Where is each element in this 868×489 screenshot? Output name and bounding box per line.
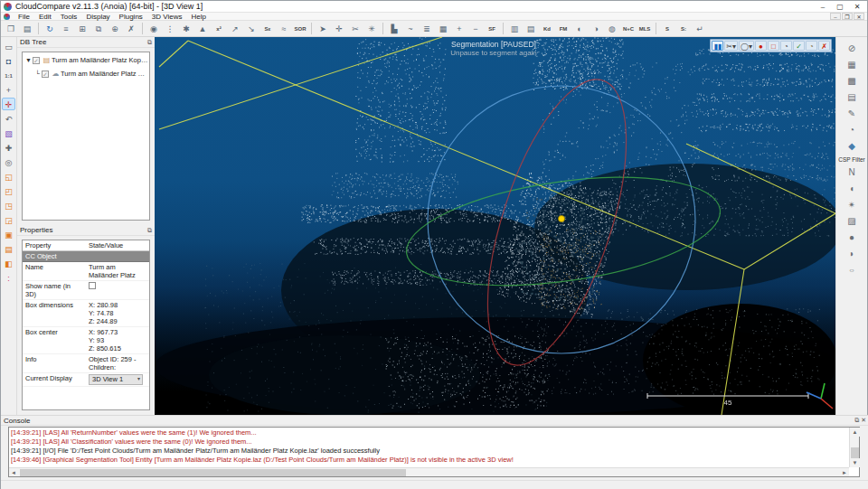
menu-file[interactable]: File — [14, 13, 34, 21]
sensor-icon[interactable]: S — [660, 22, 675, 35]
view-left-icon[interactable]: ◳ — [2, 199, 15, 212]
scroll-right-icon[interactable]: ► — [840, 468, 849, 477]
scroll-up-icon[interactable]: ▲ — [850, 428, 860, 437]
sphere-plugin-icon[interactable]: ● — [844, 231, 859, 244]
segment-in-button[interactable]: ● — [755, 41, 767, 51]
maximize-button[interactable]: ▢ — [832, 2, 848, 12]
tree-item[interactable]: └✓☁Turm am Mailänder Platz Kop... — [23, 68, 149, 80]
stat-test-icon[interactable]: Sε — [260, 22, 275, 35]
sor-filter-icon[interactable]: SOR — [293, 22, 307, 35]
kd-tree-icon[interactable]: Kd — [540, 22, 554, 35]
apply-transformation-icon[interactable]: ⊞ — [75, 22, 90, 35]
remove-sf-icon[interactable]: − — [468, 22, 483, 35]
compare-plugin-icon[interactable]: ▩ — [844, 75, 859, 88]
zoom-icon[interactable]: ◎ — [2, 155, 15, 168]
float-panel-icon[interactable]: ⧉ — [854, 416, 859, 425]
segment-out-button[interactable]: □ — [768, 41, 779, 51]
clipping-box-icon[interactable]: ▧ — [2, 127, 15, 139]
float-panel-icon[interactable]: ⧉ — [147, 38, 152, 47]
screenshot-camera-icon[interactable]: ◘ — [2, 54, 15, 67]
canupo-plugin-icon[interactable]: ◆ — [844, 140, 859, 153]
polyline-selection-dropdown[interactable]: ✂▾ — [724, 41, 738, 51]
curvature-icon[interactable]: ~ — [403, 22, 418, 35]
add-sf-icon[interactable]: + — [452, 22, 467, 35]
mesh-icon[interactable]: ▲ — [195, 22, 210, 35]
selection-mode-dropdown[interactable]: ◯▾ — [739, 41, 754, 51]
entity-list-icon[interactable]: ≡ — [59, 22, 73, 35]
view-front-icon[interactable]: ◰ — [2, 184, 15, 197]
filter-sf-icon[interactable]: ▤ — [524, 22, 538, 35]
menu-plugins[interactable]: Plugins — [115, 13, 147, 21]
clone-icon[interactable]: ⧉ — [91, 22, 106, 35]
sf-tools-icon[interactable]: SF — [485, 22, 499, 35]
minimize-button[interactable]: – — [815, 2, 831, 12]
point-list-picking-icon[interactable]: ⋮ — [163, 22, 177, 35]
tree-checkbox[interactable]: ✓ — [33, 57, 40, 64]
view-iso-icon[interactable]: ◧ — [2, 257, 15, 269]
normals-curvature-icon[interactable]: N+C — [621, 22, 636, 35]
menu-display[interactable]: Display — [81, 13, 114, 21]
console-vertical-scrollbar[interactable]: ▲ ▼ — [849, 428, 859, 467]
pcv-plugin-icon[interactable]: ✴ — [844, 199, 859, 212]
rotate-view-icon[interactable]: ↶ — [2, 112, 15, 125]
delete-icon[interactable]: ✗ — [124, 22, 138, 35]
pointer-icon[interactable]: ➤ — [316, 22, 330, 35]
clean-plugin-icon[interactable]: ✎ — [844, 108, 859, 120]
facets-plugin-icon[interactable]: ▨ — [844, 215, 859, 228]
point-pair-icon[interactable]: : — [2, 271, 15, 284]
pick-rotation-center-icon[interactable]: ✛ — [2, 98, 15, 110]
histogram-icon[interactable]: ▙ — [387, 22, 401, 35]
sensor-settings-icon[interactable]: S: — [676, 22, 691, 35]
open-icon[interactable]: ❐ — [4, 22, 18, 35]
pan-icon[interactable]: ✚ — [2, 141, 15, 154]
confirm-and-delete-button[interactable]: ◔ — [806, 41, 817, 51]
close-button[interactable]: ✕ — [849, 2, 865, 12]
view-bottom-icon[interactable]: ▤ — [2, 242, 15, 255]
return-icon[interactable]: ↵ — [693, 22, 707, 35]
segment-icon[interactable]: ✂ — [348, 22, 363, 35]
interpolate-icon[interactable]: ↗ — [228, 22, 242, 35]
view-back-icon[interactable]: ▣ — [2, 228, 15, 240]
confirm-segmentation-button[interactable]: ✓ — [793, 41, 805, 51]
close-panel-icon[interactable]: ✕ — [861, 416, 866, 425]
menu-3d-views[interactable]: 3D Views — [147, 13, 187, 21]
project-icon[interactable]: ↘ — [244, 22, 259, 35]
fast-marching-icon[interactable]: FM — [556, 22, 571, 35]
menu-help[interactable]: Help — [187, 13, 211, 21]
mdi-close-button[interactable]: ✕ — [854, 13, 864, 20]
normals-icon[interactable]: ◍ — [605, 22, 619, 35]
compass-plugin-icon[interactable]: ◔ — [844, 124, 859, 136]
display-options-icon[interactable]: ▭ — [2, 40, 15, 52]
level-icon[interactable]: ✳ — [364, 22, 379, 35]
merge-icon[interactable]: ⊕ — [108, 22, 122, 35]
refresh-icon[interactable]: ↻ — [42, 22, 57, 35]
rfo-plugin-icon[interactable]: ◗ — [844, 248, 859, 260]
mdi-restore-button[interactable]: ❐ — [842, 13, 853, 20]
animation-plugin-icon[interactable]: ▤ — [844, 91, 859, 104]
menu-edit[interactable]: Edit — [34, 13, 56, 21]
plugin-disabled-icon[interactable]: ⊘ — [844, 42, 859, 55]
translate-rotate-icon[interactable]: ✛ — [332, 22, 346, 35]
cloud-distance-icon[interactable]: ≈ — [277, 22, 291, 35]
scroll-down-icon[interactable]: ▼ — [850, 458, 860, 467]
current-display-dropdown[interactable]: 3D View 1 — [89, 374, 143, 385]
zoom-1-1-icon[interactable]: 1:1 — [2, 69, 15, 81]
point-picking-icon[interactable]: ◉ — [146, 22, 161, 35]
sf-square-icon[interactable]: x² — [212, 22, 226, 35]
tree-expand-arrow[interactable]: ▼ — [24, 57, 33, 63]
sphere-light-icon[interactable]: ◑ — [589, 22, 603, 35]
clear-segmentation-button[interactable]: ◔ — [780, 41, 792, 51]
view-right-icon[interactable]: ◲ — [2, 213, 15, 226]
sphere-dark-icon[interactable]: ◐ — [572, 22, 587, 35]
rasterize-icon[interactable]: ▦ — [436, 22, 450, 35]
view-top-icon[interactable]: ◱ — [2, 170, 15, 183]
save-icon[interactable]: ▤ — [20, 22, 34, 35]
mdi-minimize-button[interactable]: – — [830, 13, 841, 20]
tree-item[interactable]: ▼✓▤Turm am Mailänder Platz Kopie.l... — [23, 54, 149, 66]
3d-viewport[interactable]: 45 Segmentation [PAUSED] Unpause to segm… — [155, 37, 837, 415]
scroll-left-icon[interactable]: ◄ — [9, 468, 18, 477]
m3c2-plugin-icon[interactable]: ▦ — [844, 59, 859, 71]
compute-octree-icon[interactable]: ✱ — [179, 22, 193, 35]
scrollbar-thumb[interactable] — [20, 469, 406, 476]
hough-plugin-icon[interactable]: ○ — [844, 264, 859, 277]
